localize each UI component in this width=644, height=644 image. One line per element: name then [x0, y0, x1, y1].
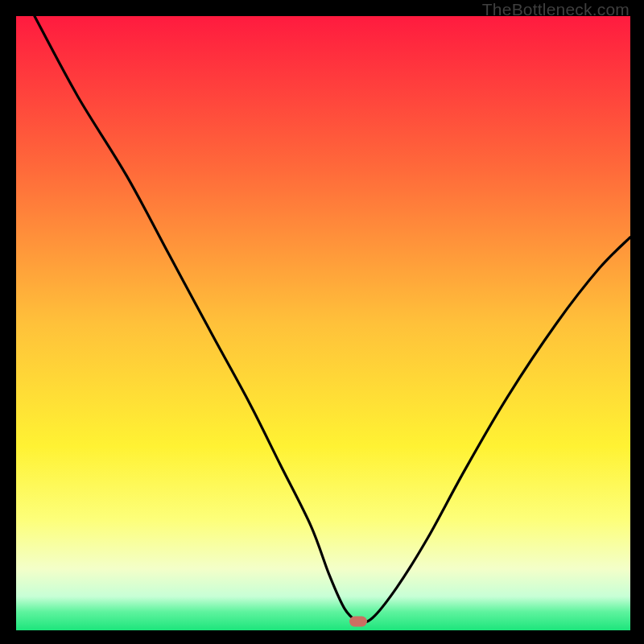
svg-rect-0	[16, 16, 630, 630]
gradient-background	[16, 16, 630, 630]
plot-area	[16, 16, 630, 630]
chart-frame: TheBottleneck.com	[0, 0, 644, 644]
